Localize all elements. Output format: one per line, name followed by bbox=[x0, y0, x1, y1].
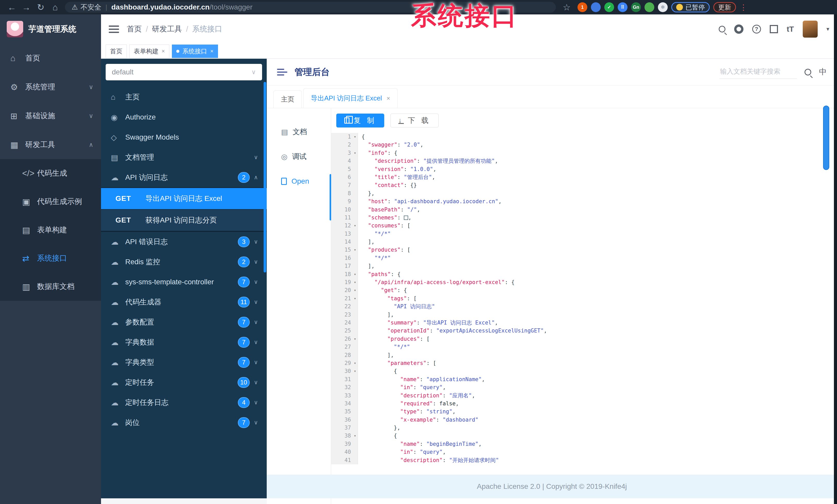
line-number[interactable]: 21▾ bbox=[331, 295, 358, 303]
tag-active[interactable]: 系统接口× bbox=[172, 44, 218, 58]
api-endpoint-item[interactable]: GET获得API 访问日志分页 bbox=[101, 210, 267, 231]
line-number[interactable]: 20▾ bbox=[331, 286, 358, 294]
api-endpoint-item[interactable]: GET导出API 访问日志 Excel bbox=[101, 188, 267, 210]
fold-icon[interactable]: ▾ bbox=[354, 286, 356, 294]
swagger-menu-item[interactable]: ▤文档管理∨ bbox=[101, 147, 267, 167]
doc-tab[interactable]: 导出API 访问日志 Excel× bbox=[303, 88, 398, 108]
fold-icon[interactable]: ▾ bbox=[354, 432, 356, 440]
line-number[interactable]: 28 bbox=[331, 351, 358, 359]
extension-icon-1[interactable]: 1 bbox=[577, 2, 587, 12]
doc-search-icon[interactable] bbox=[804, 69, 811, 75]
line-number[interactable]: 24 bbox=[331, 319, 358, 327]
bookmark-star-icon[interactable]: ☆ bbox=[559, 2, 574, 12]
swagger-menu-item[interactable]: ☁API 访问日志2∧ bbox=[101, 167, 267, 187]
tag-close-icon[interactable]: × bbox=[210, 48, 214, 55]
sidebar-subitem[interactable]: ▣代码生成示例 bbox=[0, 187, 101, 216]
line-number[interactable]: 39 bbox=[331, 440, 358, 448]
swagger-menu-item[interactable]: ☁定时任务10∨ bbox=[101, 372, 267, 392]
tab-close-icon[interactable]: × bbox=[387, 95, 390, 102]
menu-collapse-icon[interactable] bbox=[277, 69, 287, 76]
search-icon[interactable] bbox=[719, 26, 726, 33]
swagger-menu-item[interactable]: ☁定时任务日志4∨ bbox=[101, 392, 267, 413]
line-number[interactable]: 17 bbox=[331, 262, 358, 270]
fold-icon[interactable]: ▾ bbox=[354, 295, 356, 303]
swagger-menu-item[interactable]: ☁Redis 监控2∨ bbox=[101, 252, 267, 272]
font-size-icon[interactable]: tT bbox=[787, 25, 794, 34]
line-number[interactable]: 41 bbox=[331, 456, 358, 464]
side-tab-调试[interactable]: ◎调试 bbox=[267, 144, 331, 169]
tag-item[interactable]: 首页 bbox=[106, 44, 127, 58]
swagger-menu-item[interactable]: ☁字典类型7∨ bbox=[101, 352, 267, 372]
fold-icon[interactable]: ▾ bbox=[354, 149, 356, 157]
fold-icon[interactable]: ▾ bbox=[354, 359, 356, 367]
back-icon[interactable]: ← bbox=[5, 2, 19, 12]
line-number[interactable]: 13 bbox=[331, 230, 358, 238]
line-number[interactable]: 6 bbox=[331, 173, 358, 181]
line-number[interactable]: 2 bbox=[331, 141, 358, 149]
swagger-menu-item[interactable]: ⌂主页 bbox=[101, 87, 267, 107]
paused-extension-pill[interactable]: 已暂停 bbox=[671, 2, 710, 12]
user-menu-caret-icon[interactable]: ▾ bbox=[826, 26, 829, 33]
breadcrumb-item[interactable]: 研发工具 bbox=[152, 24, 182, 34]
breadcrumb-item[interactable]: 首页 bbox=[127, 24, 142, 34]
help-icon[interactable]: ? bbox=[752, 25, 761, 34]
swagger-menu-item[interactable]: ◇Swagger Models bbox=[101, 127, 267, 147]
github-icon[interactable] bbox=[734, 24, 744, 34]
code-editor[interactable]: 1▾{2"swagger": "2.0",3▾"info": {4"descri… bbox=[331, 133, 837, 504]
swagger-menu-item[interactable]: ☁API 错误日志3∨ bbox=[101, 232, 267, 252]
side-tab-open[interactable]: Open bbox=[267, 169, 331, 194]
security-label[interactable]: 不安全 bbox=[81, 3, 101, 12]
user-avatar[interactable] bbox=[803, 21, 818, 38]
line-number[interactable]: 35 bbox=[331, 408, 358, 416]
line-number[interactable]: 31 bbox=[331, 375, 358, 384]
forward-icon[interactable]: → bbox=[19, 2, 34, 12]
fold-icon[interactable]: ▾ bbox=[354, 133, 356, 141]
sidebar-subitem[interactable]: ▤表单构建 bbox=[0, 216, 101, 244]
line-number[interactable]: 38▾ bbox=[331, 432, 358, 440]
swagger-menu-item[interactable]: ☁字典数据7∨ bbox=[101, 332, 267, 352]
line-number[interactable]: 1▾ bbox=[331, 133, 358, 141]
doc-scrollbar-thumb[interactable] bbox=[823, 106, 829, 170]
line-number[interactable]: 14 bbox=[331, 238, 358, 246]
line-number[interactable]: 10 bbox=[331, 206, 358, 214]
line-number[interactable]: 33 bbox=[331, 392, 358, 400]
sidebar-scrollbar-thumb[interactable] bbox=[264, 82, 266, 273]
sidebar-subitem[interactable]: ⇄系统接口 bbox=[0, 244, 101, 273]
reload-icon[interactable]: ↻ bbox=[34, 2, 48, 12]
sidebar-item[interactable]: ⊞基础设施∨ bbox=[0, 101, 101, 130]
line-number[interactable]: 23 bbox=[331, 311, 358, 319]
home-icon[interactable]: ⌂ bbox=[48, 2, 63, 12]
line-number[interactable]: 34 bbox=[331, 400, 358, 408]
extension-icon-4[interactable]: ⠿ bbox=[618, 2, 627, 12]
fold-icon[interactable]: ▾ bbox=[354, 246, 356, 254]
line-number[interactable]: 30▾ bbox=[331, 367, 358, 375]
line-number[interactable]: 22 bbox=[331, 303, 358, 311]
line-number[interactable]: 25 bbox=[331, 327, 358, 335]
line-number[interactable]: 9 bbox=[331, 198, 358, 206]
app-logo[interactable]: 芋道管理系统 bbox=[0, 14, 101, 44]
line-number[interactable]: 32 bbox=[331, 384, 358, 391]
sidebar-toggle-icon[interactable] bbox=[109, 25, 119, 33]
tag-item[interactable]: 表单构建× bbox=[129, 44, 169, 58]
fold-icon[interactable]: ▾ bbox=[354, 278, 356, 286]
swagger-menu-item[interactable]: ☁岗位7∨ bbox=[101, 413, 267, 433]
line-number[interactable]: 27 bbox=[331, 343, 358, 351]
fold-icon[interactable]: ▾ bbox=[354, 270, 356, 278]
line-number[interactable]: 3▾ bbox=[331, 149, 358, 157]
fold-icon[interactable]: ▾ bbox=[354, 335, 356, 343]
sidebar-item[interactable]: ⌂首页 bbox=[0, 44, 101, 73]
fold-icon[interactable]: ▾ bbox=[354, 367, 356, 375]
line-number[interactable]: 5 bbox=[331, 165, 358, 173]
line-number[interactable]: 7 bbox=[331, 181, 358, 189]
sidebar-item[interactable]: ▦研发工具∧ bbox=[0, 130, 101, 159]
line-number[interactable]: 8 bbox=[331, 189, 358, 198]
swagger-menu-item[interactable]: ☁sys-sms-template-controller7∨ bbox=[101, 272, 267, 292]
extension-icon-3[interactable]: ✓ bbox=[604, 2, 614, 12]
side-tab-文档[interactable]: ▤文档 bbox=[267, 119, 331, 144]
swagger-menu-item[interactable]: ☁参数配置7∨ bbox=[101, 312, 267, 332]
update-button[interactable]: 更新 bbox=[713, 2, 736, 12]
line-number[interactable]: 16 bbox=[331, 254, 358, 262]
doc-tab[interactable]: 主页 bbox=[273, 90, 302, 108]
extension-icon-2[interactable] bbox=[591, 2, 601, 12]
sidebar-subitem[interactable]: ▥数据库文档 bbox=[0, 273, 101, 301]
